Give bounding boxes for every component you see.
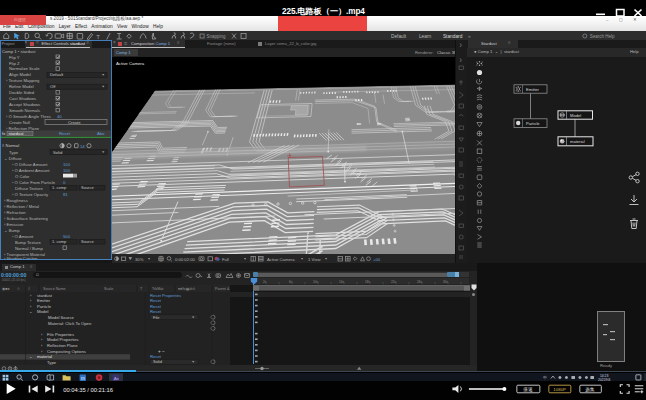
svg-text:material: material	[37, 354, 52, 359]
svg-text:Standard: Standard	[443, 34, 463, 39]
svg-text:›: ›	[41, 337, 43, 342]
svg-text:Learn: Learn	[419, 34, 432, 39]
svg-text:0:00:02:00: 0:00:02:00	[175, 256, 195, 261]
svg-text:Material: Click To Open: Material: Click To Open	[48, 321, 92, 326]
svg-text:Model: Model	[37, 309, 48, 314]
svg-text:File Properties: File Properties	[47, 332, 74, 337]
svg-text:›: ›	[30, 293, 32, 298]
svg-text:Ae: Ae	[114, 375, 120, 380]
svg-text:中: 中	[543, 375, 547, 380]
svg-text:♦♦\fx▦⊘⊙: ♦♦\fx▦⊘⊙	[178, 287, 195, 291]
svg-text:Emitter: Emitter	[526, 87, 540, 92]
svg-text:Reflection Plane: Reflection Plane	[47, 343, 78, 348]
svg-text:T: T	[140, 287, 143, 291]
svg-text:+00: +00	[373, 256, 381, 261]
svg-text:Active Camera: Active Camera	[267, 256, 295, 261]
svg-text:›: ›	[30, 304, 32, 309]
svg-text:1080P: 1080P	[553, 387, 566, 392]
svg-text:File: File	[153, 315, 160, 320]
svg-text:❯: ❯	[459, 58, 462, 62]
svg-text:Default: Default	[391, 34, 407, 39]
svg-text:Scale: Scale	[104, 287, 113, 291]
svg-text:›: ›	[30, 298, 32, 303]
svg-text:倍速: 倍速	[523, 387, 533, 393]
svg-text:❯: ❯	[459, 43, 462, 47]
svg-text:TrkMat: TrkMat	[152, 287, 163, 291]
svg-text:00:04:35 / 00:21:16: 00:04:35 / 00:21:16	[63, 387, 113, 393]
svg-text:Full: Full	[222, 256, 229, 261]
svg-text:1 View: 1 View	[308, 256, 321, 261]
svg-text:Particle: Particle	[37, 304, 52, 309]
svg-text:Reset: Reset	[150, 293, 162, 298]
svg-text:stardust: stardust	[37, 293, 53, 298]
svg-text:›: ›	[41, 332, 43, 337]
svg-text:›: ›	[41, 349, 43, 354]
svg-text:»: »	[468, 34, 471, 39]
svg-text:Compositing Options: Compositing Options	[47, 349, 86, 354]
svg-text:Emitter: Emitter	[37, 298, 51, 303]
svg-text:⌄: ⌄	[29, 354, 33, 359]
svg-text:Reset: Reset	[150, 298, 162, 303]
svg-text:选集: 选集	[585, 387, 595, 393]
svg-text:Particle: Particle	[526, 121, 540, 126]
svg-text:◉■●: ◉■●	[2, 287, 10, 291]
svg-text:30%: 30%	[135, 256, 144, 261]
svg-text:Snapping: Snapping	[207, 34, 226, 39]
svg-text:⌄: ⌄	[29, 309, 33, 314]
svg-text:Properties: Properties	[162, 293, 181, 298]
svg-text:Model Source: Model Source	[48, 315, 75, 320]
svg-text:⚿: ⚿	[17, 287, 20, 291]
svg-text:T: T	[96, 33, 100, 39]
svg-text:+ –: + –	[158, 349, 165, 354]
svg-text:material: material	[570, 139, 585, 144]
svg-text:Reset: Reset	[150, 304, 162, 309]
svg-text:Model Properties: Model Properties	[47, 337, 79, 342]
svg-text:m: m	[81, 375, 85, 380]
svg-text:Model: Model	[570, 113, 581, 118]
svg-text:Source Name: Source Name	[43, 287, 66, 291]
svg-text:Search Help: Search Help	[590, 34, 615, 39]
svg-text:Solid: Solid	[153, 359, 162, 364]
svg-text:›: ›	[41, 343, 43, 348]
svg-text:#: #	[28, 287, 31, 291]
